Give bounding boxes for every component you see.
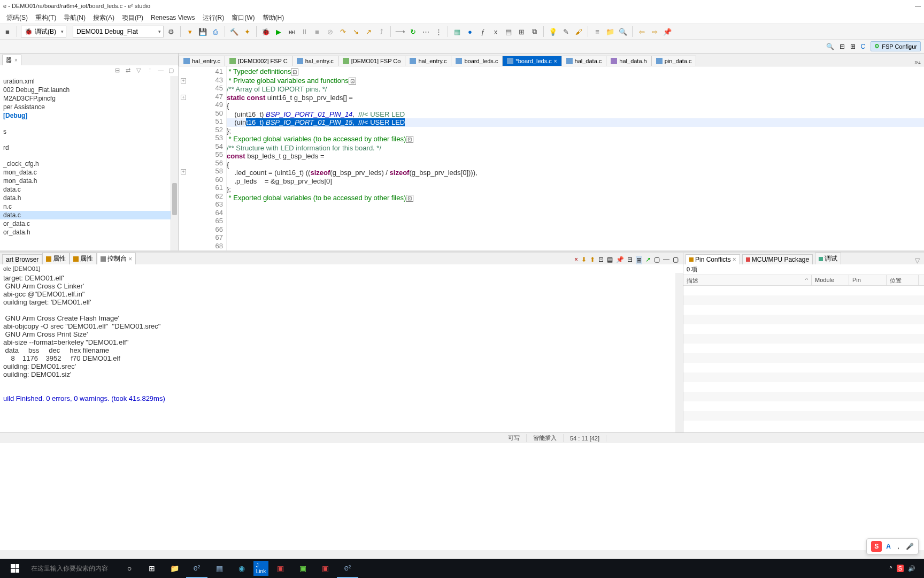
tree-item[interactable]: n.c	[0, 202, 171, 211]
step-out-icon[interactable]: ↗	[363, 26, 374, 37]
menu-item[interactable]: 导航(N)	[60, 12, 89, 24]
console-tab[interactable]: 属性	[42, 253, 70, 264]
search-icon[interactable]: 🔍	[618, 26, 628, 37]
filter-icon[interactable]: ▽	[136, 67, 144, 74]
tree-item[interactable]: uration.xml	[0, 77, 171, 86]
editor-tab[interactable]: hal_entry.c	[292, 56, 338, 66]
conflicts-tab[interactable]: MCU/MPU Package	[742, 254, 813, 264]
debug-combo[interactable]: 🐞调试(B)	[21, 26, 66, 37]
console-scrollbar[interactable]	[675, 273, 683, 432]
pin2-icon[interactable]: 📌	[616, 256, 624, 264]
run-icon[interactable]: ▶	[273, 26, 284, 37]
tray-up-icon[interactable]: ^	[889, 565, 892, 572]
up-icon[interactable]: ⬆	[590, 256, 595, 264]
tree-item[interactable]: M2AD3CFP.pincfg	[0, 94, 171, 103]
bp-icon[interactable]: ●	[465, 26, 475, 37]
editor-tab[interactable]: [DEMO01] FSP Co	[338, 56, 406, 66]
back-icon[interactable]: ⇦	[636, 26, 647, 37]
pin-icon[interactable]: 📌	[662, 26, 673, 37]
editor-tab[interactable]: hal_entry.c	[179, 56, 225, 66]
stop-con-icon[interactable]: ×	[574, 256, 578, 264]
e2studio2-icon[interactable]: e²	[337, 559, 358, 578]
menu-item[interactable]: 运行(R)	[199, 12, 228, 24]
stop2-icon[interactable]: ■	[312, 26, 322, 37]
menu-item[interactable]: 搜索(A)	[90, 12, 118, 24]
editor-tab[interactable]: board_leds.c	[451, 56, 503, 66]
scroll-icon[interactable]: ⊟	[627, 256, 633, 264]
menu-item[interactable]: Renesas Views	[148, 13, 198, 22]
tree-item[interactable]: 002 Debug_Flat.launch	[0, 86, 171, 94]
explorer-icon[interactable]: 📁	[164, 559, 185, 578]
reg-icon[interactable]: ⊞	[516, 26, 527, 37]
fsp-perspective[interactable]: ⚙FSP Configur	[871, 41, 921, 51]
instr-icon[interactable]: ⟶	[395, 26, 405, 37]
sogou-icon[interactable]: S	[871, 541, 882, 552]
min-icon[interactable]: —	[158, 67, 165, 74]
tree-item[interactable]: or_data.h	[0, 228, 171, 237]
editor-tab[interactable]: hal_entry.c	[405, 56, 451, 66]
tree-item[interactable]: data.h	[0, 194, 171, 202]
save-all-icon[interactable]: ⎙	[210, 26, 221, 37]
tree-item[interactable]: _clock_cfg.h	[0, 159, 171, 168]
tab-overflow[interactable]: »₄	[911, 58, 924, 66]
ppt-icon[interactable]: ▣	[270, 559, 291, 578]
editor-tab[interactable]: [DEMO002] FSP C	[225, 56, 292, 66]
fwd-icon[interactable]: ⇨	[649, 26, 660, 37]
ime-mode[interactable]: A	[886, 543, 891, 550]
edge-icon[interactable]: ◉	[231, 559, 252, 578]
sound-icon[interactable]: 🔊	[908, 565, 915, 572]
func-icon[interactable]: ƒ	[478, 26, 488, 37]
menu-item[interactable]: 窗口(W)	[228, 12, 258, 24]
cpp-persp-icon[interactable]: C	[861, 43, 866, 50]
disconnect-icon[interactable]: ⊘	[325, 26, 335, 37]
menu-item[interactable]: 源码(S)	[3, 12, 31, 24]
taskbar-search[interactable]: 在这里输入你要搜索的内容	[27, 564, 118, 573]
close-icon[interactable]: ×	[14, 57, 18, 63]
start-button[interactable]	[4, 559, 26, 578]
link-icon[interactable]: ⇄	[126, 67, 133, 74]
console-tab[interactable]: art Browser	[2, 254, 42, 264]
tool1-icon[interactable]: ⋯	[420, 26, 431, 37]
tool2-icon[interactable]: ⋮	[433, 26, 444, 37]
lock-icon[interactable]: ⊡	[598, 256, 604, 264]
tree-item[interactable]: or_data.c	[0, 219, 171, 228]
debug-icon[interactable]: 🐞	[260, 26, 271, 37]
tree-item[interactable]: s	[0, 127, 171, 136]
display-icon[interactable]: ▢	[654, 256, 660, 264]
menu-item[interactable]: 帮助(H)	[259, 12, 288, 24]
project-tree[interactable]: uration.xml002 Debug_Flat.launchM2AD3CFP…	[0, 76, 171, 250]
editor-tab[interactable]: pin_data.c	[651, 56, 697, 66]
cf-filter-icon[interactable]: ▽	[913, 257, 922, 264]
skip-icon[interactable]: ⏭	[286, 26, 297, 37]
tree-item[interactable]: mon_data.h	[0, 177, 171, 185]
e2studio-icon[interactable]: e²	[186, 559, 207, 578]
system-tray[interactable]: ^ S 🔊	[889, 565, 920, 572]
calc-icon[interactable]: ▦	[209, 559, 230, 578]
camtasia-icon[interactable]: ▣	[292, 559, 313, 578]
min2-icon[interactable]: —	[663, 256, 669, 264]
ime-punct-icon[interactable]: ，	[895, 542, 902, 551]
step-over-icon[interactable]: ↷	[337, 26, 348, 37]
console-tab[interactable]: 属性	[70, 253, 97, 264]
console-tab[interactable]: 控制台 ×	[97, 253, 136, 264]
pause-icon[interactable]: ⏸	[299, 26, 310, 37]
ime-voice-icon[interactable]: 🎤	[906, 543, 914, 550]
collapse-icon[interactable]: ⊟	[115, 67, 122, 74]
editor-tab[interactable]: hal_data.c	[561, 56, 607, 66]
jlink-icon[interactable]: JLink	[253, 561, 268, 576]
wand2-icon[interactable]: ✎	[560, 26, 571, 37]
ime-toolbar[interactable]: S A ， 🎤	[866, 538, 919, 554]
editor-tab[interactable]: hal_data.h	[606, 56, 651, 66]
tree-item[interactable]: [Debug]	[0, 111, 171, 120]
tree-item[interactable]: data.c	[0, 211, 171, 219]
tree-item[interactable]: mon_data.c	[0, 168, 171, 177]
console-output[interactable]: target: DEMO01.elf' GNU Arm Cross C Link…	[0, 273, 675, 432]
sogou-tray-icon[interactable]: S	[897, 565, 904, 572]
new-icon[interactable]: ▾	[184, 26, 195, 37]
explorer-tab[interactable]: 器 ×	[2, 55, 21, 65]
align-icon[interactable]: ≡	[592, 26, 603, 37]
conflicts-tab[interactable]: Pin Conflicts ×	[686, 254, 740, 264]
taskview-icon[interactable]: ⊞	[141, 559, 163, 578]
clear-icon[interactable]: ▤	[607, 256, 613, 264]
step-ret-icon[interactable]: ⤴	[376, 26, 387, 37]
